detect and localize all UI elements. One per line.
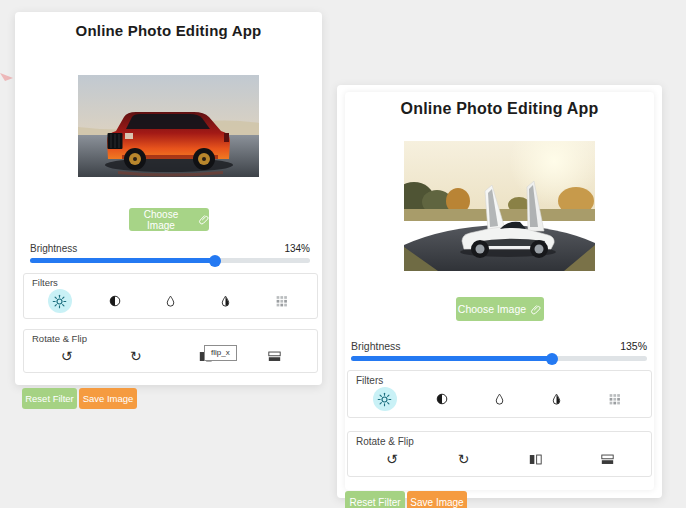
droplet-half-icon: [219, 294, 232, 308]
photo-preview: [78, 75, 259, 177]
rotate-left-button[interactable]: ↺: [380, 448, 404, 470]
rotate-flip-label: Rotate & Flip: [32, 333, 309, 344]
filter-brightness-button[interactable]: [48, 289, 72, 313]
red-suv-photo: [78, 75, 259, 177]
contrast-icon: [435, 392, 449, 406]
brightness-label: Brightness: [30, 243, 77, 254]
filter-contrast-button[interactable]: [103, 290, 127, 312]
rotate-left-button[interactable]: ↺: [55, 345, 79, 367]
rotate-left-icon: ↺: [386, 452, 398, 466]
paperclip-icon: [198, 214, 209, 225]
droplet-outline-icon: [164, 294, 177, 308]
filter-hue-button[interactable]: [158, 290, 182, 312]
editor-inner-card: Online Photo Editing App: [345, 92, 654, 490]
sun-icon: [52, 294, 67, 309]
reset-filter-button[interactable]: Reset Filter: [345, 491, 405, 508]
choose-image-button[interactable]: Choose Image: [129, 208, 209, 231]
sun-icon: [377, 392, 392, 407]
contrast-icon: [108, 294, 122, 308]
brightness-slider-fill: [30, 258, 215, 263]
brightness-slider-thumb[interactable]: [209, 255, 221, 267]
choose-image-button[interactable]: Choose Image: [456, 297, 544, 321]
rotate-right-button[interactable]: ↻: [452, 448, 476, 470]
flip-x-tooltip: flip_x: [204, 345, 237, 361]
filter-brightness-button[interactable]: [373, 387, 397, 411]
flip-horizontal-icon: [529, 454, 542, 465]
brightness-slider[interactable]: [351, 356, 647, 361]
rotate-right-icon: ↻: [130, 349, 142, 363]
filters-panel: Filters: [23, 273, 318, 319]
photo-editor-window-right: Online Photo Editing App: [337, 85, 662, 498]
filter-blur-button[interactable]: [602, 388, 626, 410]
rotate-left-icon: ↺: [61, 349, 73, 363]
save-image-button[interactable]: Save Image: [79, 388, 137, 409]
flip-vertical-icon: [601, 454, 614, 465]
save-image-button[interactable]: Save Image: [407, 491, 467, 508]
reset-filter-button[interactable]: Reset Filter: [22, 388, 77, 409]
photo-preview: [404, 141, 595, 271]
brightness-slider-thumb[interactable]: [546, 353, 558, 365]
blur-icon: [608, 393, 621, 405]
flip-vertical-icon: [268, 351, 281, 362]
filter-contrast-button[interactable]: [430, 388, 454, 410]
brightness-label: Brightness: [351, 340, 401, 352]
droplet-outline-icon: [493, 392, 506, 406]
rotate-flip-label: Rotate & Flip: [356, 436, 643, 447]
flip-vertical-button[interactable]: [595, 448, 619, 470]
droplet-half-icon: [550, 392, 563, 406]
paperclip-icon: [530, 304, 541, 315]
photo-editor-window-left: Online Photo Editing App: [15, 12, 322, 385]
filter-blur-button[interactable]: [269, 290, 293, 312]
rotate-flip-panel: Rotate & Flip ↺ ↻: [347, 431, 652, 477]
filters-panel: Filters: [347, 370, 652, 418]
filters-label: Filters: [356, 375, 643, 386]
white-sportscar-photo: [404, 141, 595, 271]
filter-hue-button[interactable]: [487, 388, 511, 410]
rotate-flip-panel: Rotate & Flip ↺ ↻: [23, 329, 318, 373]
flip-horizontal-button[interactable]: [523, 448, 547, 470]
filters-label: Filters: [32, 277, 309, 288]
brightness-value: 135%: [620, 340, 647, 352]
brightness-slider[interactable]: [30, 258, 310, 263]
rotate-right-icon: ↻: [458, 452, 470, 466]
brightness-slider-fill: [351, 356, 552, 361]
pink-cursor-mark: [0, 70, 14, 88]
app-title: Online Photo Editing App: [345, 100, 654, 118]
rotate-right-button[interactable]: ↻: [124, 345, 148, 367]
filter-saturate-button[interactable]: [214, 290, 238, 312]
app-title: Online Photo Editing App: [15, 22, 322, 39]
filter-saturate-button[interactable]: [545, 388, 569, 410]
brightness-value: 134%: [284, 243, 310, 254]
blur-icon: [275, 295, 288, 307]
flip-vertical-button[interactable]: [262, 345, 286, 367]
